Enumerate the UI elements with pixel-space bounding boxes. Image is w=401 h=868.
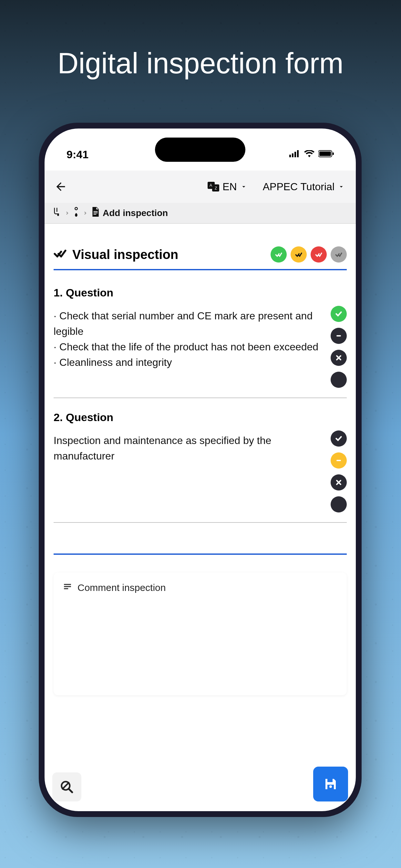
phone-frame: 9:41 AZ EN	[39, 123, 362, 817]
dynamic-island	[155, 137, 245, 162]
tool-button[interactable]	[52, 772, 81, 802]
section-title: Visual inspection	[72, 247, 265, 262]
notes-icon	[63, 582, 72, 593]
section-header: Visual inspection	[54, 246, 347, 270]
wifi-icon	[304, 150, 314, 159]
cellular-icon	[289, 150, 300, 159]
svg-rect-17	[64, 584, 71, 585]
answer-fail-button[interactable]	[331, 350, 347, 366]
chevron-down-icon	[240, 183, 247, 190]
svg-rect-5	[319, 151, 331, 156]
chevron-down-icon	[338, 183, 345, 190]
question-body: Inspection and maintenance as specified …	[54, 433, 321, 464]
answer-fail-button[interactable]	[331, 474, 347, 491]
breadcrumb-icon-2[interactable]	[73, 207, 80, 219]
answer-minus-button[interactable]	[331, 453, 347, 469]
double-check-icon	[54, 247, 66, 261]
answer-ok-button[interactable]	[331, 430, 347, 446]
question-block: 2. Question Inspection and maintenance a…	[54, 411, 347, 523]
question-line: · Check that the life of the product has…	[54, 339, 321, 354]
main-content: Visual inspection 1. Question · Check th…	[44, 224, 356, 811]
comment-label: Comment inspection	[78, 582, 166, 593]
svg-rect-14	[94, 214, 96, 214]
answer-minus-button[interactable]	[331, 328, 347, 344]
status-badge-yellow[interactable]	[290, 246, 307, 262]
section-divider	[54, 554, 347, 555]
statusbar-time: 9:41	[66, 148, 89, 161]
svg-rect-19	[64, 588, 68, 589]
svg-rect-12	[94, 211, 98, 212]
status-badge-red[interactable]	[311, 246, 327, 262]
language-selector[interactable]: AZ EN	[203, 178, 251, 195]
question-line: · Cleanliness and integrity	[54, 354, 321, 370]
svg-rect-0	[289, 155, 291, 157]
back-button[interactable]	[51, 177, 70, 196]
svg-rect-3	[297, 150, 299, 157]
promo-title: Digital inspection form	[0, 47, 401, 80]
answer-ok-button[interactable]	[331, 306, 347, 322]
language-label: EN	[222, 181, 237, 193]
status-badge-green[interactable]	[271, 246, 287, 262]
answer-blank-button[interactable]	[331, 372, 347, 388]
question-actions	[331, 411, 347, 513]
section-status-badges	[271, 246, 347, 262]
breadcrumb-icon-1[interactable]	[52, 207, 61, 219]
translate-icon: AZ	[208, 182, 219, 191]
bottom-bar	[52, 767, 348, 802]
question-actions	[331, 286, 347, 388]
question-title: 1. Question	[54, 286, 321, 299]
breadcrumb-page: Add inspection	[103, 208, 168, 218]
statusbar-icons	[289, 150, 334, 159]
question-block: 1. Question · Check that serial number a…	[54, 286, 347, 398]
question-title: 2. Question	[54, 411, 321, 424]
chevron-right-icon	[65, 211, 70, 216]
nav-bar: AZ EN APPEC Tutorial	[44, 170, 356, 203]
chevron-right-icon	[83, 211, 88, 216]
phone-screen: 9:41 AZ EN	[44, 128, 356, 811]
question-body: · Check that serial number and CE mark a…	[54, 308, 321, 370]
svg-rect-15	[336, 335, 341, 337]
svg-rect-13	[94, 213, 98, 213]
svg-rect-22	[328, 779, 333, 782]
profile-label: APPEC Tutorial	[263, 181, 335, 193]
save-button[interactable]	[313, 767, 348, 802]
svg-rect-6	[333, 152, 334, 155]
answer-blank-button[interactable]	[331, 496, 347, 513]
svg-text:Z: Z	[215, 186, 217, 190]
svg-rect-16	[336, 460, 341, 461]
svg-point-24	[329, 785, 332, 788]
svg-rect-2	[295, 152, 296, 157]
svg-text:A: A	[210, 183, 212, 188]
status-badge-gray[interactable]	[331, 246, 347, 262]
comment-inspection-box[interactable]: Comment inspection	[54, 572, 347, 695]
svg-rect-18	[64, 586, 71, 587]
profile-selector[interactable]: APPEC Tutorial	[258, 178, 349, 195]
question-line: · Check that serial number and CE mark a…	[54, 308, 321, 339]
svg-rect-1	[292, 153, 294, 157]
battery-icon	[318, 150, 334, 159]
question-line: Inspection and maintenance as specified …	[54, 433, 321, 464]
document-icon	[91, 207, 99, 219]
breadcrumb: Add inspection	[44, 203, 356, 224]
svg-point-11	[75, 207, 78, 210]
